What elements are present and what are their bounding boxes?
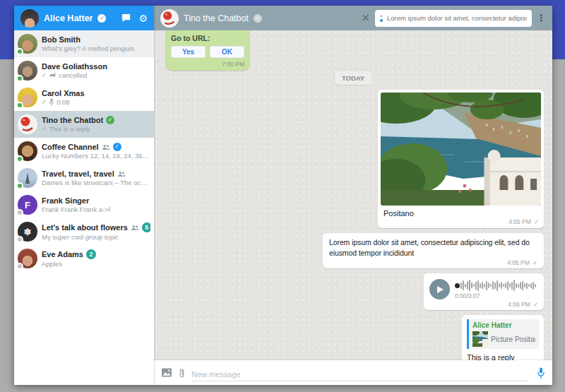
chat-list-item-tino-the-chatbot[interactable]: Tino the Chatbot ✓ ✓ This is a reply: [14, 111, 154, 138]
kebab-menu-icon[interactable]: ⋮: [537, 13, 546, 23]
offline-status-dot: [16, 209, 23, 216]
pinned-message-bar[interactable]: Lorem ipsum dolor sit amet, consectetur …: [375, 10, 532, 27]
chat-name: Let's talk about flowers: [42, 223, 128, 232]
chat-preview: 0:08: [56, 98, 70, 106]
verified-icon: ✓: [97, 14, 106, 23]
group-icon: [102, 144, 110, 150]
unread-badge: 5: [142, 222, 150, 232]
outgoing-message-stack: Positano 4:05 PM ✓ Lorem ipsum dolor sit…: [323, 90, 544, 360]
online-status-dot: [16, 48, 23, 55]
avatar-wrap: [18, 114, 37, 134]
current-user-avatar[interactable]: [20, 9, 39, 28]
audio-message: 0:00/0:07 4:06 PM ✓: [424, 273, 544, 310]
timestamp: 4:05 PM: [509, 218, 531, 225]
chat-list-item-dave-goliathsson[interactable]: Dave Goliathsson ✓ cancelled: [14, 57, 154, 84]
group-icon: [131, 225, 139, 231]
audio-playhead[interactable]: [455, 283, 460, 288]
chat-list-item-flowers[interactable]: ✽ Let's talk about flowers 5 My super co…: [14, 218, 154, 245]
sidebar: Alice Hatter ✓ ⚙ Bob Smith: [14, 6, 154, 385]
message-history: Go to URL: Yes OK 7:00 PM TODAY: [154, 30, 552, 360]
chat-preview: Lucky Numbers 12, 14, 19, 24, 36, 43: [42, 152, 150, 160]
timestamp: 4:05 PM: [507, 259, 530, 266]
chat-list-item-frank-singer[interactable]: F Frank Singer Frank Frank Frank a->f: [14, 191, 154, 218]
sidebar-actions: ⚙: [121, 13, 148, 23]
verified-icon: ✓: [254, 14, 262, 23]
avatar-wrap: [18, 88, 37, 107]
quoted-message[interactable]: Alice Hatter: [467, 319, 539, 349]
mic-icon: [49, 98, 54, 106]
avatar-wrap: [18, 34, 37, 54]
sent-check-icon: ✓: [42, 126, 47, 132]
reply-message: Alice Hatter: [462, 315, 544, 360]
chat-list-item-coffee-channel[interactable]: Coffee Channel ✓ Lucky Numbers 12, 14, 1…: [14, 138, 154, 165]
composer: [154, 360, 552, 385]
timestamp: 7:00 PM: [171, 61, 244, 68]
chat-app-window: Alice Hatter ✓ ⚙ Bob Smith: [14, 6, 552, 385]
settings-gear-icon[interactable]: ⚙: [138, 13, 148, 23]
close-icon[interactable]: ×: [361, 13, 370, 23]
chat-name: Eve Adams: [42, 250, 83, 259]
avatar-wrap: F: [18, 195, 37, 215]
current-user-name: Alice Hatter: [44, 13, 93, 23]
read-tick-icon: ✓: [534, 219, 539, 225]
message-text: This is a reply: [467, 353, 539, 360]
chat-list-item-eve-adams[interactable]: Eve Adams 2 Apples: [14, 245, 154, 272]
chat-name: Tino the Chatbot: [42, 116, 103, 124]
chat-preview: Dames is like streetcars – The oceans i.…: [42, 179, 150, 186]
offline-status-dot: [16, 263, 23, 270]
quoted-thumbnail: [472, 331, 488, 347]
chat-name: Travel, travel, travel: [42, 170, 114, 178]
conversation-pane: Tino the Chatbot ✓ × Lorem ipsum dolor s…: [154, 6, 552, 385]
sent-check-icon: ✓: [42, 99, 47, 105]
bot-message-title: Go to URL:: [171, 34, 244, 42]
sidebar-header: Alice Hatter ✓ ⚙: [14, 6, 154, 30]
photo-positano[interactable]: [381, 93, 541, 206]
sent-check-icon: ✓: [42, 72, 47, 78]
chat-preview: cancelled: [59, 71, 87, 79]
attach-image-icon[interactable]: [161, 368, 172, 377]
avatar-wrap: [18, 61, 37, 81]
audio-duration: 0:00/0:07: [455, 292, 538, 299]
chat-list-item-carol-xmas[interactable]: Carol Xmas ✓ 0:08: [14, 84, 154, 111]
unread-badge: 2: [86, 249, 96, 259]
offline-status-dot: [16, 236, 23, 243]
read-tick-icon: ✓: [533, 302, 538, 308]
avatar-wrap: [18, 249, 37, 268]
verified-icon: ✓: [113, 143, 121, 151]
online-status-dot: [16, 182, 23, 189]
chat-name: Coffee Channel: [42, 143, 99, 151]
chat-preview: Apples: [42, 260, 62, 268]
avatar: [18, 114, 37, 134]
bot-option-yes-button[interactable]: Yes: [171, 46, 206, 58]
chat-preview: This is a reply: [49, 125, 90, 133]
quoted-author: Alice Hatter: [472, 321, 535, 329]
message-input-wrap: [191, 364, 528, 381]
play-icon: [437, 286, 444, 293]
phone-cancelled-icon: [49, 72, 56, 78]
chat-list: Bob Smith What's grey? A melted penguin.…: [14, 30, 154, 385]
online-status-dot: [16, 102, 23, 109]
chat-name: Bob Smith: [42, 35, 81, 44]
pinned-indicator-dots: [380, 15, 383, 22]
bot-message-bubble: Go to URL: Yes OK 7:00 PM: [165, 30, 250, 71]
image-message[interactable]: Positano 4:05 PM ✓: [378, 90, 544, 228]
bot-option-ok-button[interactable]: OK: [210, 46, 244, 58]
audio-waveform[interactable]: [460, 280, 536, 291]
message-text: Lorem ipsum dolor sit amet, consectetur …: [329, 237, 537, 259]
avatar-wrap: [18, 168, 37, 188]
conversation-title: Tino the Chatbot: [184, 13, 249, 23]
new-chat-icon[interactable]: [121, 13, 131, 23]
attach-file-icon[interactable]: [179, 367, 185, 379]
chat-name: Dave Goliathsson: [42, 62, 107, 71]
chat-preview: What's grey? A melted penguin.: [42, 44, 136, 52]
pinned-message-text: Lorem ipsum dolor sit amet, consectetur …: [387, 14, 527, 22]
play-button[interactable]: [429, 279, 450, 299]
record-voice-mic-icon[interactable]: [537, 367, 545, 379]
timestamp: 4:06 PM: [508, 301, 530, 308]
text-message: Lorem ipsum dolor sit amet, consectetur …: [323, 233, 544, 268]
chat-list-item-bob-smith[interactable]: Bob Smith What's grey? A melted penguin.: [14, 30, 154, 57]
chat-list-item-travel[interactable]: Travel, travel, travel Dames is like str…: [14, 165, 154, 191]
online-status-dot: [16, 75, 23, 82]
message-input[interactable]: [191, 370, 528, 381]
conversation-avatar[interactable]: [160, 9, 179, 28]
